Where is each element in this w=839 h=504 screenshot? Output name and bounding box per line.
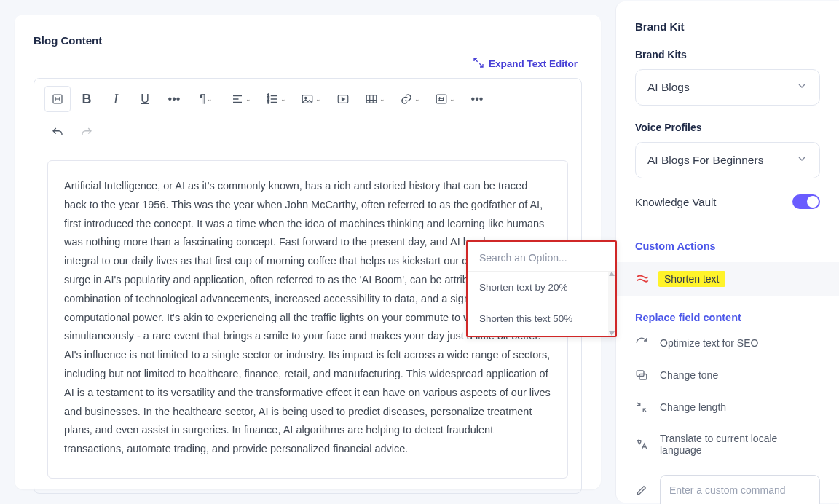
editor-toolbar: B I U ••• ¶⌄ ⌄ 123⌄ ⌄ ⌄ ⌄ ⌄ •••: [34, 79, 581, 119]
chevron-down-icon: [796, 80, 808, 95]
option-label: Change length: [660, 401, 726, 413]
brand-kit-heading: Brand Kit: [635, 20, 820, 33]
brand-kits-select[interactable]: AI Blogs: [635, 69, 820, 106]
option-label: Translate to current locale language: [660, 433, 820, 456]
image-icon[interactable]: ⌄: [295, 86, 327, 112]
custom-action-shorten[interactable]: Shorten text: [616, 262, 839, 296]
option-label: Change tone: [660, 369, 718, 381]
option-change-tone[interactable]: Change tone: [635, 369, 820, 382]
brand-kits-value: AI Blogs: [647, 81, 690, 94]
refresh-icon: [635, 336, 648, 350]
expand-text-editor-link[interactable]: Expand Text Editor: [489, 58, 578, 69]
knowledge-vault-toggle[interactable]: [792, 194, 820, 209]
voice-profiles-select[interactable]: AI Blogs For Beginners: [635, 142, 820, 178]
more-format-icon[interactable]: •••: [161, 86, 187, 112]
shorten-action-icon: [635, 273, 650, 285]
custom-actions-label: Custom Actions: [635, 240, 820, 252]
list-icon[interactable]: 123⌄: [260, 86, 292, 112]
link-icon[interactable]: ⌄: [394, 86, 426, 112]
italic-icon[interactable]: I: [103, 86, 129, 112]
translate-icon: [635, 438, 648, 451]
popup-scrollbar[interactable]: [608, 272, 615, 336]
option-label: Optimize text for SEO: [660, 337, 758, 349]
align-icon[interactable]: ⌄: [225, 86, 257, 112]
replace-field-label: Replace field content: [635, 312, 820, 323]
redo-icon[interactable]: [74, 119, 100, 146]
heading-icon[interactable]: [44, 86, 71, 112]
svg-text:3: 3: [267, 101, 269, 104]
voice-profiles-label: Voice Profiles: [635, 122, 820, 133]
option-change-length[interactable]: Change length: [635, 401, 820, 414]
options-popup: Search an Option... Shorten text by 20% …: [466, 240, 617, 337]
underline-icon[interactable]: U: [132, 86, 158, 112]
chevron-down-icon: [796, 153, 808, 168]
collapse-icon: [635, 401, 648, 414]
popup-search-input[interactable]: Search an Option...: [468, 242, 615, 271]
editor-card: Blog Content Expand Text Editor B I U ••…: [15, 15, 601, 489]
svg-point-6: [305, 97, 307, 98]
paragraph-icon[interactable]: ¶⌄: [190, 86, 222, 112]
voice-profiles-value: AI Blogs For Beginners: [647, 154, 763, 167]
expand-icon: [473, 57, 484, 71]
popup-option-shorten-50[interactable]: Shorten this text 50%: [468, 303, 615, 334]
option-translate[interactable]: Translate to current locale language: [635, 433, 820, 456]
option-optimize-seo[interactable]: Optimize text for SEO: [635, 336, 820, 350]
svg-rect-9: [436, 95, 446, 103]
pencil-icon: [635, 484, 648, 497]
table-icon[interactable]: ⌄: [359, 86, 391, 112]
custom-command-input[interactable]: [660, 475, 820, 504]
svg-rect-10: [637, 371, 644, 377]
overflow-icon[interactable]: •••: [464, 86, 490, 112]
bold-icon[interactable]: B: [74, 86, 100, 112]
knowledge-vault-label: Knowledge Vault: [635, 196, 716, 208]
side-panel: Brand Kit Brand Kits AI Blogs Voice Prof…: [615, 1, 839, 503]
chat-icon: [635, 369, 648, 382]
divider: [570, 32, 570, 48]
card-title: Blog Content: [34, 34, 102, 47]
hash-icon[interactable]: ⌄: [429, 86, 461, 112]
svg-rect-8: [366, 95, 377, 103]
brand-kits-label: Brand Kits: [635, 49, 820, 60]
undo-icon[interactable]: [44, 119, 71, 146]
svg-rect-11: [639, 374, 647, 380]
shorten-text-label: Shorten text: [658, 271, 725, 287]
video-icon[interactable]: [330, 86, 356, 112]
divider: [616, 224, 839, 224]
popup-option-shorten-20[interactable]: Shorten text by 20%: [468, 272, 615, 303]
